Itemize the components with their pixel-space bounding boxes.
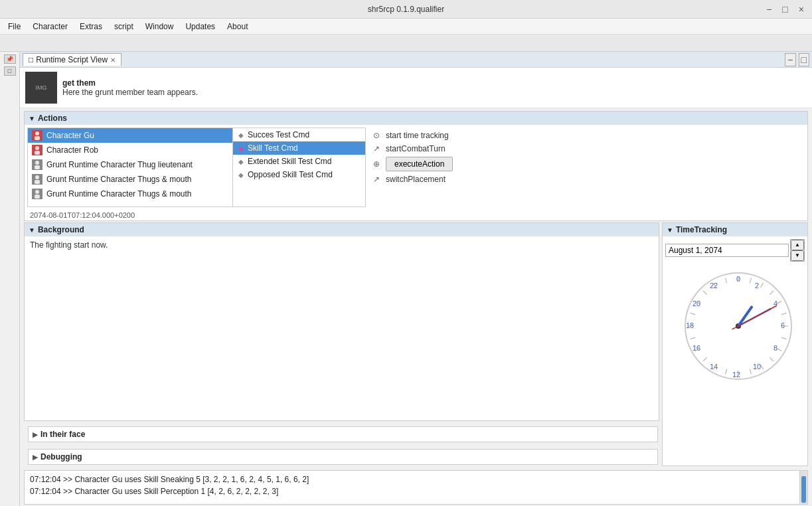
in-their-face-section: ▶ In their face [28,426,658,442]
scroll-thumb[interactable] [801,476,806,503]
svg-rect-5 [35,165,40,169]
close-button[interactable]: × [796,4,807,15]
restore-button[interactable]: □ [779,4,790,15]
time-tracking-arrow: ▼ [667,226,673,234]
runtime-script-view-tab[interactable]: □ Runtime Script View ✕ [23,53,122,66]
char-name: Character Rob [46,145,98,155]
svg-text:16: 16 [692,344,700,352]
svg-rect-7 [35,180,40,184]
menu-item-window[interactable]: Window [140,21,179,33]
action-row: ⊙start time tracking [371,130,799,141]
execute-action-button[interactable]: executeAction [386,157,453,171]
tab-close-button[interactable]: ✕ [110,56,116,64]
menu-item-extras[interactable]: Extras [74,21,108,33]
cmd-name: Opposed Skill Test Cmd [248,170,333,179]
action-link[interactable]: start time tracking [386,131,449,140]
log-scrollbar[interactable] [799,471,807,504]
character-list-item[interactable]: Grunt Runtime Character Thugs & mouth [28,172,232,187]
action-icon: ⊕ [371,159,382,169]
main-container: 📌 □ □ Runtime Script View ✕ − □ IMG get … [0,52,812,506]
cmd-name: Succes Test Cmd [248,130,309,139]
action-row: ⊕executeAction [371,157,799,171]
char-name: Grunt Runtime Character Thugs & mouth [46,189,192,199]
character-list: Character GuCharacter RobGrunt Runtime C… [27,127,233,207]
character-list-item[interactable]: Character Rob [28,143,232,157]
menu-item-about[interactable]: About [222,21,253,33]
char-name: Grunt Runtime Character Thugs & mouth [46,175,192,184]
actions-content: Character GuCharacter RobGrunt Runtime C… [25,125,807,210]
menu-item-file[interactable]: File [3,21,26,33]
debugging-label: Debugging [41,452,82,462]
character-list-item[interactable]: Grunt Runtime Character Thug lieutenant [28,157,232,172]
svg-text:12: 12 [732,371,740,379]
in-their-face-label: In their face [41,430,85,439]
menu-item-character[interactable]: Character [27,21,73,33]
command-list-item[interactable]: ◆Extendet Skill Test Cmd [233,155,365,168]
svg-text:6: 6 [781,321,785,329]
svg-point-6 [35,175,39,179]
diamond-icon: ◆ [238,158,244,165]
actions-label: Actions [38,114,67,123]
command-list-item[interactable]: ◆Skill Test Cmd [233,141,365,155]
clock: 0 2 4 6 8 10 12 14 16 18 20 22 [682,270,788,376]
action-link[interactable]: startCombatTurn [386,144,446,153]
log-line-1-text: 07:12:04 >> Character Gu uses Skill Snea… [30,475,309,484]
in-their-face-header[interactable]: ▶ In their face [29,427,657,442]
character-list-item[interactable]: Character Gu [28,128,232,143]
title-bar: shr5rcp 0.1.9.qualifier − □ × [0,0,812,19]
tab-row [0,35,812,52]
date-input-row: ▲ ▼ [663,236,807,264]
svg-rect-1 [35,136,40,140]
character-list-item[interactable]: Grunt Runtime Character Thugs & mouth [28,187,232,201]
action-row: ↗switchPlacement [371,174,799,185]
menu-item-updates[interactable]: Updates [180,21,220,33]
time-tracking-section: ▼ TimeTracking ▲ ▼ [662,222,808,466]
date-up-button[interactable]: ▲ [791,240,804,250]
svg-text:2: 2 [755,282,759,290]
scene-text-block: get them Here the grunt member team appe… [62,78,198,97]
command-list-item[interactable]: ◆Succes Test Cmd [233,128,365,141]
date-down-button[interactable]: ▼ [791,250,804,261]
sidebar-pin-icon[interactable]: 📌 [4,54,16,64]
actions-section-header[interactable]: ▼ Actions [25,112,807,125]
menu-item-script[interactable]: script [109,21,139,33]
char-icon [32,159,42,170]
background-section: ▼ Background The fighting start now. [24,222,659,421]
svg-point-4 [35,161,39,165]
char-icon [32,189,42,199]
minimize-button[interactable]: − [764,4,774,15]
menu-bar: FileCharacterExtrasscriptWindowUpdatesAb… [0,19,812,35]
log-line-2-text: 07:12:04 >> Character Gu uses Skill Perc… [30,487,278,496]
svg-text:14: 14 [710,363,718,371]
date-input[interactable] [665,244,789,257]
time-tracking-header: ▼ TimeTracking [663,223,807,236]
svg-text:22: 22 [710,282,718,290]
tab-maximize-icon[interactable]: □ [799,53,809,66]
sidebar-view-icon[interactable]: □ [4,66,16,76]
tab-icon: □ [29,55,33,64]
debugging-section: ▶ Debugging [28,449,658,465]
scene-header: IMG get them Here the grunt member team … [20,68,812,108]
command-list-item[interactable]: ◆Opposed Skill Test Cmd [233,168,365,181]
two-col-section: ▼ Background The fighting start now. ▶ I… [24,222,808,466]
log-line-1: 07:12:04 >> Character Gu uses Skill Snea… [30,473,794,485]
background-header[interactable]: ▼ Background [25,223,659,236]
action-icon: ↗ [371,143,382,154]
tab-minimize-icon[interactable]: − [785,53,795,66]
actions-right-panel: ⊙start time tracking↗startCombatTurn⊕exe… [366,127,805,207]
scene-description: Here the grunt member team appears. [62,88,198,97]
actions-section: ▼ Actions Character GuCharacter RobGrunt… [24,111,808,221]
date-spinner: ▲ ▼ [790,239,805,262]
svg-rect-3 [35,151,40,155]
content-area: □ Runtime Script View ✕ − □ IMG get them… [20,52,812,506]
action-link[interactable]: switchPlacement [386,175,446,184]
action-icon: ⊙ [371,130,382,141]
debugging-header[interactable]: ▶ Debugging [29,450,657,464]
tab-header-icons: − □ [785,53,812,66]
svg-text:18: 18 [686,321,694,329]
clock-svg: 0 2 4 6 8 10 12 14 16 18 20 22 [682,270,795,382]
svg-text:10: 10 [753,363,761,371]
command-list: ◆Succes Test Cmd◆Skill Test Cmd◆Extendet… [233,127,366,207]
action-row: ↗startCombatTurn [371,143,799,154]
diamond-icon: ◆ [238,171,244,179]
